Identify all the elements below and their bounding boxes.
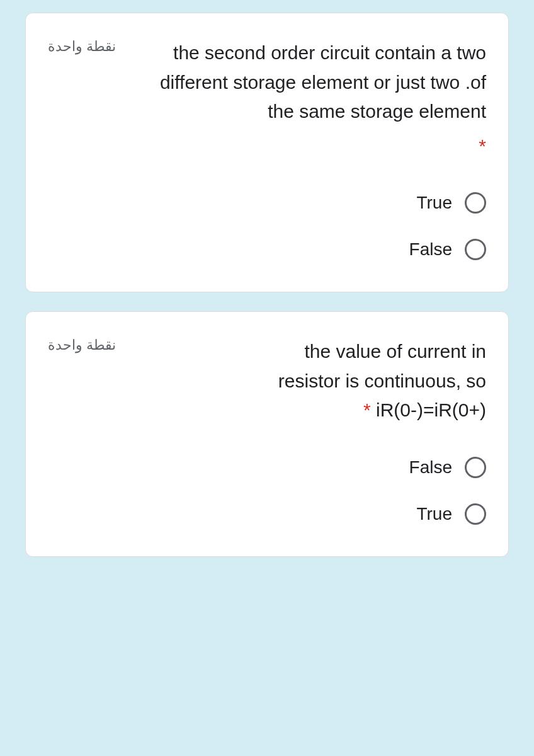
points-label: نقطة واحدة [48, 38, 116, 55]
radio-icon [465, 457, 486, 478]
required-marker: * [128, 132, 486, 161]
option-true[interactable]: True [48, 192, 486, 214]
question-text-content: the second order circuit contain a two d… [160, 42, 486, 122]
question-line1: the value of current in [304, 341, 486, 362]
option-label: True [416, 504, 452, 524]
radio-icon [465, 503, 486, 525]
radio-icon [465, 239, 486, 260]
points-label: نقطة واحدة [48, 337, 116, 353]
question-header: نقطة واحدة the value of current in resis… [48, 337, 486, 425]
options-group: False True [48, 457, 486, 525]
question-line3: iR(0-)=iR(0+) [376, 399, 486, 420]
option-label: False [409, 457, 452, 478]
question-card-1: نقطة واحدة the second order circuit cont… [25, 13, 509, 292]
required-marker: * [363, 399, 376, 420]
option-label: True [416, 193, 452, 213]
option-label: False [409, 239, 452, 260]
option-true[interactable]: True [48, 503, 486, 525]
options-group: True False [48, 192, 486, 260]
option-false[interactable]: False [48, 457, 486, 478]
question-text: the second order circuit contain a two d… [128, 38, 486, 161]
radio-icon [465, 192, 486, 214]
question-header: نقطة واحدة the second order circuit cont… [48, 38, 486, 161]
question-line2: resistor is continuous, so [278, 370, 486, 391]
option-false[interactable]: False [48, 239, 486, 260]
question-card-2: نقطة واحدة the value of current in resis… [25, 311, 509, 557]
question-text: the value of current in resistor is cont… [128, 337, 486, 425]
